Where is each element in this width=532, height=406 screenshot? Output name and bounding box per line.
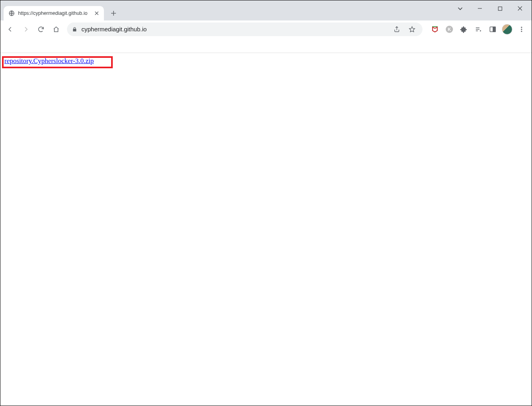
- svg-rect-1: [498, 7, 502, 10]
- media-control-icon[interactable]: [471, 22, 485, 36]
- repository-download-link[interactable]: repository.Cypherslocker-3.0.zip: [4, 57, 94, 65]
- k-extension-icon[interactable]: K: [443, 22, 456, 36]
- profile-avatar[interactable]: [500, 22, 514, 36]
- svg-point-9: [521, 31, 522, 32]
- svg-rect-2: [432, 26, 437, 27]
- svg-point-8: [521, 29, 522, 30]
- svg-point-7: [521, 27, 522, 28]
- bookmark-star-icon[interactable]: [406, 24, 418, 35]
- lock-icon[interactable]: [72, 27, 77, 32]
- share-icon[interactable]: [391, 24, 402, 35]
- chrome-menu-button[interactable]: [515, 22, 528, 36]
- url-text[interactable]: cyphermediagit.github.io: [81, 26, 387, 33]
- page-content: repository.Cypherslocker-3.0.zip: [0, 53, 532, 69]
- close-tab-button[interactable]: [93, 10, 100, 16]
- maximize-button[interactable]: [491, 2, 509, 15]
- reload-button[interactable]: [34, 22, 48, 36]
- mcafee-extension-icon[interactable]: [428, 22, 442, 36]
- new-tab-button[interactable]: [108, 8, 119, 19]
- extensions-puzzle-icon[interactable]: [457, 22, 471, 36]
- svg-rect-6: [493, 27, 495, 32]
- avatar-image: [502, 24, 512, 35]
- address-bar[interactable]: cyphermediagit.github.io: [67, 22, 422, 36]
- browser-toolbar: cyphermediagit.github.io K: [0, 20, 532, 38]
- back-button[interactable]: [4, 22, 17, 36]
- tab-title: https://cyphermediagit.github.io: [18, 10, 90, 16]
- svg-text:K: K: [448, 27, 451, 32]
- tab-search-button[interactable]: [454, 2, 467, 15]
- forward-button[interactable]: [19, 22, 32, 36]
- window-controls: [454, 0, 529, 16]
- browser-tab-strip: https://cyphermediagit.github.io: [0, 0, 532, 20]
- home-button[interactable]: [49, 22, 63, 36]
- browser-tab[interactable]: https://cyphermediagit.github.io: [4, 6, 104, 20]
- close-window-button[interactable]: [511, 2, 529, 15]
- globe-icon: [8, 10, 15, 16]
- minimize-button[interactable]: [471, 2, 489, 15]
- extensions-area: K: [426, 22, 528, 36]
- side-panel-icon[interactable]: [486, 22, 500, 36]
